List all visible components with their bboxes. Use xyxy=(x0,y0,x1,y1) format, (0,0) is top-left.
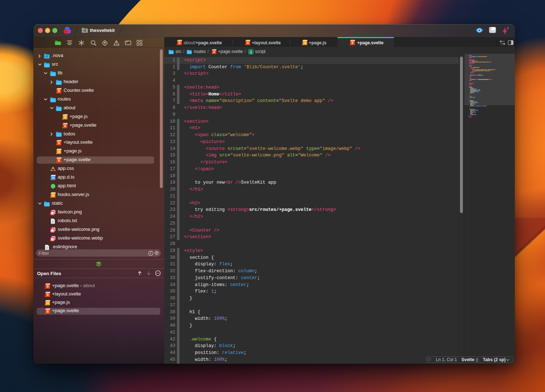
svg-text:S: S xyxy=(47,285,49,288)
svg-text:JS: JS xyxy=(64,116,67,119)
svg-text:{}: {} xyxy=(250,50,253,54)
svg-text:S: S xyxy=(58,89,60,93)
svg-text:S: S xyxy=(64,124,66,128)
svg-text:JS: JS xyxy=(303,42,307,44)
svg-text:S: S xyxy=(247,41,249,45)
svg-text:S: S xyxy=(178,41,181,45)
svg-text:S: S xyxy=(351,41,354,45)
svg-text:S: S xyxy=(58,141,60,145)
svg-text:JS: JS xyxy=(57,151,61,153)
svg-text:S: S xyxy=(58,159,60,162)
svg-text:S: S xyxy=(47,310,49,314)
svg-text:JS: JS xyxy=(46,302,49,305)
svg-text:JS: JS xyxy=(52,194,55,197)
svg-text:S: S xyxy=(47,293,49,297)
svg-text:S: S xyxy=(213,50,215,54)
svg-text:TS: TS xyxy=(52,177,55,179)
